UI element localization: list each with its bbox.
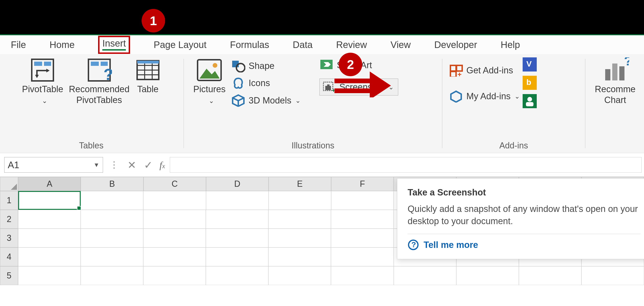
group-label-illustrations: Illustrations: [190, 138, 435, 151]
row-head-5[interactable]: 5: [0, 266, 18, 285]
tab-home[interactable]: Home: [50, 40, 74, 50]
pictures-icon: [195, 58, 224, 83]
insert-function-button[interactable]: fx: [160, 160, 165, 170]
cell-B1[interactable]: [81, 191, 143, 210]
cell[interactable]: [206, 228, 268, 248]
formula-bar: A1 ▼ ⋮ ✕ ✓ fx: [0, 153, 644, 177]
svg-marker-33: [451, 91, 461, 102]
tab-formulas[interactable]: Formulas: [230, 40, 269, 50]
col-head-D[interactable]: D: [206, 177, 268, 191]
cell[interactable]: [331, 210, 394, 228]
cell[interactable]: [81, 228, 143, 248]
people-addin-icon[interactable]: [523, 94, 537, 108]
svg-rect-35: [526, 102, 534, 106]
svg-marker-3: [35, 75, 39, 78]
enter-entry-button[interactable]: ✓: [142, 158, 155, 172]
cell[interactable]: [268, 248, 331, 266]
cell[interactable]: [206, 266, 268, 285]
3d-models-icon: [231, 94, 245, 107]
col-head-A[interactable]: A: [18, 177, 81, 191]
cell[interactable]: [582, 266, 644, 285]
table-button[interactable]: Table: [135, 58, 161, 94]
cell-E1[interactable]: [268, 191, 331, 210]
cell-D1[interactable]: [206, 191, 268, 210]
row-head-2[interactable]: 2: [0, 210, 18, 228]
recommended-charts-icon: ?: [601, 58, 629, 83]
tell-me-more-link[interactable]: ? Tell me more: [408, 239, 640, 250]
col-head-C[interactable]: C: [144, 177, 206, 191]
formula-input[interactable]: [170, 157, 642, 173]
cell[interactable]: [268, 228, 331, 248]
cell[interactable]: [331, 266, 394, 285]
svg-rect-2: [44, 62, 51, 66]
cell-F1[interactable]: [331, 191, 394, 210]
row-head-3[interactable]: 3: [0, 228, 18, 248]
ribbon-separator: [442, 59, 442, 148]
shapes-button[interactable]: Shape: [231, 60, 300, 72]
cell[interactable]: [331, 228, 394, 248]
cell[interactable]: [143, 210, 206, 228]
3d-models-button[interactable]: 3D Models⌄: [231, 94, 300, 107]
cell[interactable]: [81, 248, 143, 266]
recommended-pivot-button[interactable]: ? Recommended PivotTables: [69, 58, 130, 105]
visio-addin-icon[interactable]: V: [523, 58, 537, 72]
cell[interactable]: [143, 248, 206, 266]
name-box[interactable]: A1 ▼: [4, 157, 103, 173]
my-addins-icon: [449, 90, 463, 102]
cell[interactable]: [456, 266, 519, 285]
cell[interactable]: [394, 266, 456, 285]
tab-page-layout[interactable]: Page Layout: [154, 40, 206, 50]
cell[interactable]: [143, 266, 206, 285]
cell[interactable]: [143, 228, 206, 248]
cell[interactable]: [18, 266, 81, 285]
svg-marker-4: [46, 69, 50, 72]
col-head-B[interactable]: B: [81, 177, 143, 191]
tab-file[interactable]: File: [11, 40, 26, 50]
cell[interactable]: [18, 210, 81, 228]
svg-rect-6: [91, 62, 99, 66]
col-head-E[interactable]: E: [268, 177, 331, 191]
tab-review[interactable]: Review: [336, 40, 367, 50]
cell[interactable]: [331, 248, 394, 266]
get-addins-button[interactable]: + Get Add-ins: [449, 64, 520, 77]
bing-addin-icon[interactable]: b: [523, 76, 537, 90]
recommended-charts-button[interactable]: ? Recomme Chart: [595, 58, 636, 105]
row-head-1[interactable]: 1: [0, 191, 18, 210]
cell[interactable]: [268, 266, 331, 285]
tab-developer[interactable]: Developer: [434, 40, 477, 50]
svg-rect-27: [327, 84, 330, 86]
svg-rect-38: [619, 66, 624, 80]
cell[interactable]: [81, 266, 143, 285]
tab-view[interactable]: View: [390, 40, 411, 50]
tab-data[interactable]: Data: [293, 40, 313, 50]
row-head-4[interactable]: 4: [0, 248, 18, 266]
col-head-F[interactable]: F: [331, 177, 394, 191]
svg-rect-37: [612, 64, 618, 80]
ribbon-separator: [585, 59, 586, 148]
svg-text:?: ?: [412, 240, 416, 249]
cell[interactable]: [81, 210, 143, 228]
tab-help[interactable]: Help: [501, 40, 520, 50]
tab-insert[interactable]: Insert: [98, 36, 130, 54]
cell-C1[interactable]: [143, 191, 206, 210]
cell[interactable]: [206, 210, 268, 228]
cell[interactable]: [268, 210, 331, 228]
pivot-table-button[interactable]: PivotTable⌄: [22, 58, 63, 106]
cell[interactable]: [519, 266, 582, 285]
window-titlebar-redacted: [0, 0, 644, 34]
my-addins-button[interactable]: My Add-ins⌄: [449, 90, 520, 102]
ribbon-insert: PivotTable⌄ ? Recommended PivotTables: [0, 54, 644, 153]
formula-bar-grip[interactable]: ⋮: [110, 160, 118, 170]
ribbon-separator: [184, 59, 184, 148]
svg-text:+: +: [458, 70, 462, 77]
cancel-entry-button[interactable]: ✕: [125, 158, 138, 172]
cell[interactable]: [18, 248, 81, 266]
pictures-button[interactable]: Pictures⌄: [193, 58, 226, 106]
select-all-corner[interactable]: [0, 177, 18, 191]
cell-A1[interactable]: [18, 191, 81, 210]
name-box-dropdown-icon[interactable]: ▼: [94, 161, 100, 169]
icons-button[interactable]: Icons: [231, 77, 300, 90]
cell[interactable]: [18, 228, 81, 248]
svg-point-20: [236, 64, 245, 72]
cell[interactable]: [206, 248, 268, 266]
